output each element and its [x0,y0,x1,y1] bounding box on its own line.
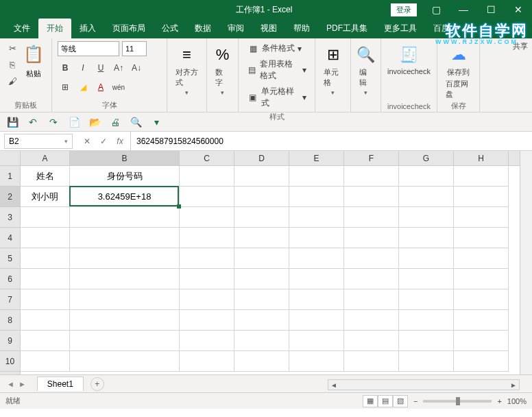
cell-B6[interactable] [70,269,180,289]
col-header-B[interactable]: B [70,151,180,165]
cell-D3[interactable] [234,207,289,228]
sheet-nav-next-icon[interactable]: ► [19,380,26,388]
cell-E5[interactable] [289,248,344,269]
formula-input[interactable]: 3624587915824560000 [131,136,532,146]
cell-E3[interactable] [289,207,344,228]
tab-review[interactable]: 审阅 [219,19,252,38]
paste-icon[interactable]: 📋 [23,41,44,67]
cell-H5[interactable] [454,248,509,269]
cell-B9[interactable] [70,331,180,351]
col-header-A[interactable]: A [21,151,70,165]
cell-G2[interactable] [399,187,454,207]
cell-F8[interactable] [344,310,399,331]
minimize-icon[interactable]: — [450,0,477,19]
zoom-slider[interactable] [423,400,492,403]
cell-D6[interactable] [234,269,289,289]
cell-G3[interactable] [399,207,454,228]
col-header-H[interactable]: H [454,151,509,165]
cell-F2[interactable] [344,187,399,207]
cell-F7[interactable] [344,289,399,310]
tab-help[interactable]: 帮助 [285,19,318,38]
qat-more-icon[interactable]: ▾ [149,115,163,129]
cell-A10[interactable] [21,351,70,372]
confirm-formula-icon[interactable]: ✓ [97,136,110,146]
cell-G9[interactable] [399,331,454,351]
increase-font-icon[interactable]: A↑ [111,60,126,75]
col-header-G[interactable]: G [399,151,454,165]
fill-color-button[interactable]: ◢ [75,80,90,95]
cell-F4[interactable] [344,228,399,248]
cell-B7[interactable] [70,289,180,310]
preview-icon[interactable]: 🔍 [129,115,143,129]
cell-F9[interactable] [344,331,399,351]
cell-H1[interactable] [454,166,509,187]
cell-F1[interactable] [344,166,399,187]
sheet-nav-prev-icon[interactable]: ◄ [7,380,14,388]
cell-G6[interactable] [399,269,454,289]
cells[interactable]: 姓名身份号码刘小明3.62459E+18 [21,166,532,372]
cell-A9[interactable] [21,331,70,351]
cell-B1[interactable]: 身份号码 [70,166,180,187]
cell-C8[interactable] [180,310,234,331]
cell-E1[interactable] [289,166,344,187]
name-box[interactable]: B2▾ [4,134,73,149]
cell-E7[interactable] [289,289,344,310]
cell-B4[interactable] [70,228,180,248]
cell-D1[interactable] [234,166,289,187]
cut-icon[interactable]: ✂ [5,41,19,55]
tab-data[interactable]: 数据 [186,19,219,38]
tab-home[interactable]: 开始 [38,19,71,38]
sheet-tab[interactable]: Sheet1 [37,377,84,391]
close-icon[interactable]: ✕ [505,0,532,19]
phonetic-button[interactable]: wén [111,80,126,95]
zoom-level[interactable]: 100% [507,397,527,405]
cell-B10[interactable] [70,351,180,372]
cell-D10[interactable] [234,351,289,372]
cell-C10[interactable] [180,351,234,372]
number-button[interactable]: % 数字 ▾ [213,41,232,96]
cell-B8[interactable] [70,310,180,331]
cell-C6[interactable] [180,269,234,289]
cell-F5[interactable] [344,248,399,269]
bold-button[interactable]: B [58,60,73,75]
undo-icon[interactable]: ↶ [26,115,40,129]
cell-G8[interactable] [399,310,454,331]
cell-H8[interactable] [454,310,509,331]
cell-F6[interactable] [344,269,399,289]
col-header-F[interactable]: F [344,151,399,165]
cell-G5[interactable] [399,248,454,269]
cell-A2[interactable]: 刘小明 [21,187,70,207]
redo-icon[interactable]: ↷ [47,115,60,129]
cell-H7[interactable] [454,289,509,310]
col-header-E[interactable]: E [289,151,344,165]
new-icon[interactable]: 📄 [67,115,81,129]
page-layout-view-icon[interactable]: ▤ [378,395,393,407]
italic-button[interactable]: I [75,60,90,75]
row-header-3[interactable]: 3 [0,207,20,228]
cell-H6[interactable] [454,269,509,289]
cell-H9[interactable] [454,331,509,351]
print-icon[interactable]: 🖨 [108,115,122,129]
edit-button[interactable]: 🔍 编辑 ▾ [356,41,375,96]
maximize-icon[interactable]: ☐ [477,0,505,19]
add-sheet-button[interactable]: + [90,377,104,391]
select-all-corner[interactable] [0,151,20,166]
row-header-10[interactable]: 10 [0,351,20,372]
font-color-button[interactable]: A [93,80,108,95]
cell-C2[interactable] [180,187,234,207]
font-name-select[interactable] [58,41,119,56]
cell-D5[interactable] [234,248,289,269]
cell-B5[interactable] [70,248,180,269]
tab-baidu[interactable]: 百度 [425,19,458,38]
save-icon[interactable]: 💾 [5,115,19,129]
paste-label[interactable]: 粘贴 [26,69,41,79]
copy-icon[interactable]: ⎘ [5,58,19,71]
cell-E2[interactable] [289,187,344,207]
zoom-in-icon[interactable]: + [497,397,501,405]
cell-A1[interactable]: 姓名 [21,166,70,187]
cell-C3[interactable] [180,207,234,228]
tab-view[interactable]: 视图 [252,19,285,38]
cell-D4[interactable] [234,228,289,248]
cell-E10[interactable] [289,351,344,372]
cell-D9[interactable] [234,331,289,351]
